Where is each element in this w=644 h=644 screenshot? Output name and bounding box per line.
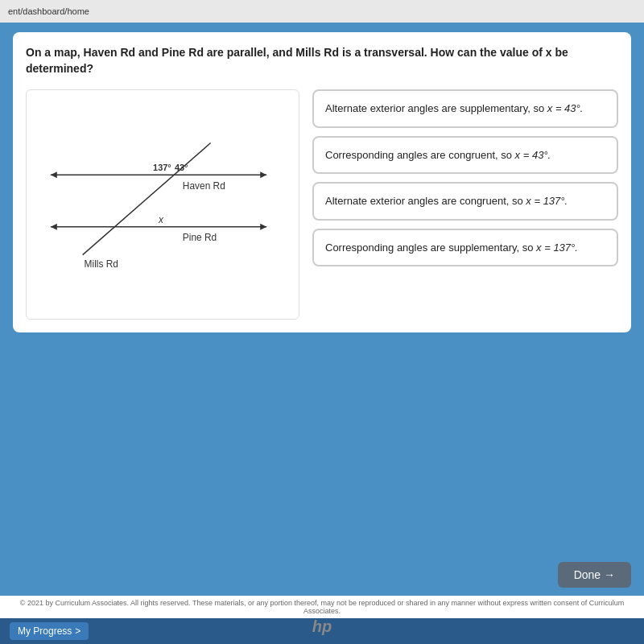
browser-url: ent/dashboard/home (8, 6, 89, 16)
svg-marker-2 (260, 171, 266, 178)
svg-marker-1 (51, 171, 57, 178)
option-3[interactable]: Alternate exterior angles are congruent,… (312, 182, 618, 221)
diagram-area: 137° 43° Haven Rd x Pine Rd Mills Rd (26, 89, 299, 320)
done-button[interactable]: Done → (558, 562, 631, 588)
progress-chevron: > (75, 625, 80, 637)
option-3-math: x = 137°. (526, 195, 568, 207)
svg-text:137°: 137° (153, 163, 171, 172)
svg-marker-6 (260, 224, 266, 230)
main-content: On a map, Haven Rd and Pine Rd are paral… (0, 23, 644, 554)
diagram-svg: 137° 43° Haven Rd x Pine Rd Mills Rd (35, 98, 291, 308)
question-text: On a map, Haven Rd and Pine Rd are paral… (26, 45, 618, 76)
hp-logo: hp (312, 617, 332, 636)
copyright-bar: © 2021 by Curriculum Associates. All rig… (0, 596, 644, 618)
option-1[interactable]: Alternate exterior angles are supplement… (312, 89, 618, 128)
option-3-text: Alternate exterior angles are congruent,… (325, 195, 526, 207)
my-progress-button[interactable]: My Progress > (10, 622, 89, 640)
option-2[interactable]: Corresponding angles are congruent, so x… (312, 136, 618, 175)
question-body: 137° 43° Haven Rd x Pine Rd Mills Rd Alt… (26, 89, 618, 320)
option-1-math: x = 43°. (547, 102, 584, 114)
svg-text:x: x (158, 214, 164, 225)
option-2-math: x = 43°. (515, 149, 551, 161)
options-area: Alternate exterior angles are supplement… (312, 89, 618, 320)
option-1-text: Alternate exterior angles are supplement… (325, 102, 547, 114)
copyright-text: © 2021 by Curriculum Associates. All rig… (20, 599, 624, 615)
svg-text:Haven Rd: Haven Rd (183, 180, 225, 192)
option-4-text: Corresponding angles are supplementary, … (325, 242, 536, 254)
progress-label: My Progress (18, 625, 72, 637)
question-card: On a map, Haven Rd and Pine Rd are paral… (13, 32, 631, 332)
option-2-text: Corresponding angles are congruent, so (325, 149, 515, 161)
svg-text:43°: 43° (175, 163, 188, 172)
option-4-math: x = 137°. (536, 242, 578, 254)
option-4[interactable]: Corresponding angles are supplementary, … (312, 229, 618, 267)
browser-bar: ent/dashboard/home (0, 0, 644, 23)
done-area: Done → (0, 554, 644, 596)
svg-marker-5 (51, 224, 57, 230)
svg-text:Mills Rd: Mills Rd (85, 258, 118, 270)
svg-text:Pine Rd: Pine Rd (183, 232, 217, 243)
